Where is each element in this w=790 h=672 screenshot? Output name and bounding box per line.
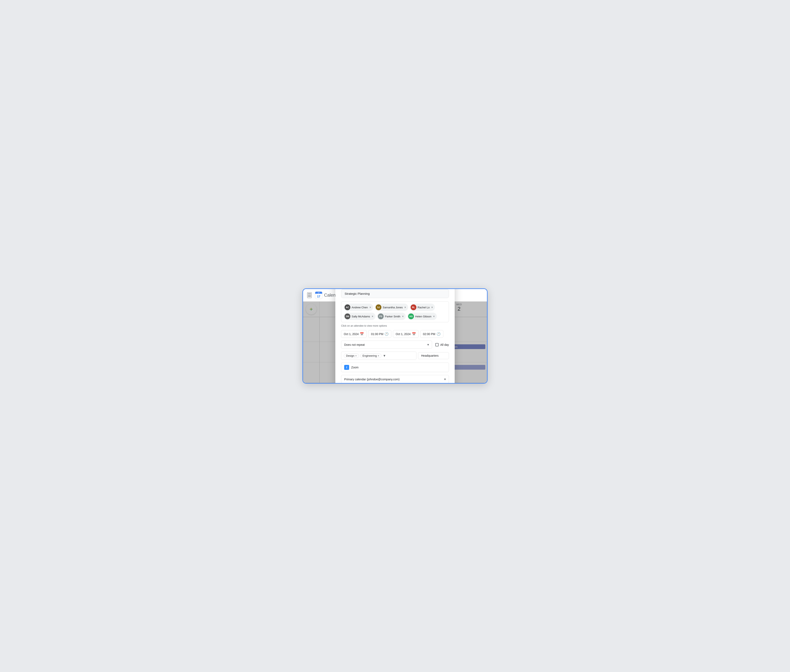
zoom-label: Zoom — [351, 366, 359, 369]
repeat-row: Does not repeat ▾ All day — [341, 341, 449, 349]
allday-row: All day — [435, 343, 449, 346]
tags-location-row: Design × Engineering × ▾ Headquarters — [341, 352, 449, 360]
remove-tag-design[interactable]: × — [355, 354, 357, 357]
attendee-chip-samantha-jones[interactable]: SJ Samantha Jones × — [375, 304, 408, 311]
remove-attendee-sj[interactable]: × — [404, 306, 406, 309]
start-date-field[interactable]: Oct 1, 2024 📅 — [341, 330, 367, 338]
attendee-chip-rachel-lo[interactable]: RL Rachel Lo × — [410, 304, 435, 311]
attendee-avatar-sj: SJ — [376, 304, 381, 310]
calendar-dropdown-icon: ▾ — [444, 377, 446, 381]
start-date-value: Oct 1, 2024 — [344, 333, 359, 336]
remove-attendee-hg[interactable]: × — [433, 315, 435, 318]
repeat-label: Does not repeat — [344, 343, 365, 346]
attendee-chip-helen-gibson[interactable]: HG Helen Gibson × — [407, 313, 437, 320]
calendar-body: + MON 30 TUE Oct 1 WED 2 Stra — [303, 302, 487, 383]
clock-icon-start: 🕐 — [385, 332, 389, 336]
calendar-icon-end: 📅 — [412, 332, 416, 336]
attendee-name-hg: Helen Gibson — [415, 315, 431, 318]
tag-design[interactable]: Design × — [344, 354, 359, 358]
remove-attendee-ac[interactable]: × — [370, 306, 371, 309]
remove-tag-engineering[interactable]: × — [378, 354, 379, 357]
calendar-select-row[interactable]: Primary calendar (johndoe@company.com) ▾ — [341, 375, 449, 383]
meeting-name-input[interactable] — [341, 289, 449, 298]
start-time-field[interactable]: 01:00 PM 🕐 — [368, 330, 391, 338]
attendee-chip-andrew-chen[interactable]: AC Andrew Chen × — [344, 304, 373, 311]
end-time-field[interactable]: 02:00 PM 🕐 — [420, 330, 443, 338]
calendar-icon-topbar: 17 — [315, 292, 322, 294]
tag-design-label: Design — [346, 354, 354, 357]
allday-checkbox[interactable] — [435, 343, 439, 346]
attendees-container: AC Andrew Chen × SJ Samantha Jones × RL … — [341, 301, 449, 322]
calendar-icon-datenum: 17 — [317, 295, 320, 298]
start-time-value: 01:00 PM — [371, 333, 383, 336]
location-field[interactable]: Headquarters — [418, 352, 449, 359]
repeat-select[interactable]: Does not repeat ▾ — [341, 341, 432, 349]
datetime-row: Oct 1, 2024 📅 01:00 PM 🕐 Oct 1, 2024 📅 0… — [341, 330, 449, 338]
attendee-avatar-rl: RL — [411, 304, 417, 310]
hamburger-button[interactable]: ☰ — [307, 292, 312, 298]
calendar-select-label: Primary calendar (johndoe@company.com) — [344, 378, 399, 381]
tags-field: Design × Engineering × ▾ — [341, 352, 417, 360]
attendee-name-sm: Sally McAdams — [352, 315, 370, 318]
end-time-value: 02:00 PM — [423, 333, 435, 336]
attendee-name-rl: Rachel Lo — [418, 306, 430, 309]
attendee-name-sj: Samantha Jones — [383, 306, 403, 309]
remove-attendee-rl[interactable]: × — [431, 306, 433, 309]
zoom-icon: Z — [344, 365, 349, 370]
end-date-field[interactable]: Oct 1, 2024 📅 — [393, 330, 418, 338]
zoom-row: Z Zoom — [341, 363, 449, 372]
calendar-icon-start: 📅 — [360, 332, 364, 336]
end-date-value: Oct 1, 2024 — [396, 333, 410, 336]
clock-icon-end: 🕐 — [437, 332, 441, 336]
attendee-avatar-hg: HG — [408, 314, 414, 319]
remove-attendee-sm[interactable]: × — [372, 315, 373, 318]
attendee-chip-parker-smith[interactable]: PS Parker Smith × — [377, 313, 406, 320]
attendee-chip-sally-mcadams[interactable]: SM Sally McAdams × — [344, 313, 375, 320]
calendar-icon: 17 17 — [315, 291, 322, 299]
modal-overlay: Create Meeting × AC Andrew Chen × SJ Sam… — [303, 302, 487, 383]
create-meeting-modal: Create Meeting × AC Andrew Chen × SJ Sam… — [335, 288, 455, 384]
repeat-chevron-icon: ▾ — [427, 343, 429, 347]
attendee-hint: Click on an attendee to view more option… — [341, 324, 449, 327]
attendee-avatar-ac: AC — [345, 304, 350, 310]
remove-attendee-ps[interactable]: × — [402, 315, 404, 318]
attendee-avatar-sm: SM — [345, 314, 350, 319]
tag-engineering[interactable]: Engineering × — [360, 354, 381, 358]
tags-dropdown-icon[interactable]: ▾ — [383, 354, 386, 358]
location-value: Headquarters — [421, 354, 439, 357]
allday-label: All day — [440, 343, 449, 346]
attendee-avatar-ps: PS — [378, 314, 384, 319]
attendee-name-ac: Andrew Chen — [352, 306, 368, 309]
tag-engineering-label: Engineering — [362, 354, 377, 357]
app-wrapper: ☰ 17 17 Calendar Today ‹ › October 2024 … — [303, 288, 487, 384]
attendee-name-ps: Parker Smith — [385, 315, 401, 318]
